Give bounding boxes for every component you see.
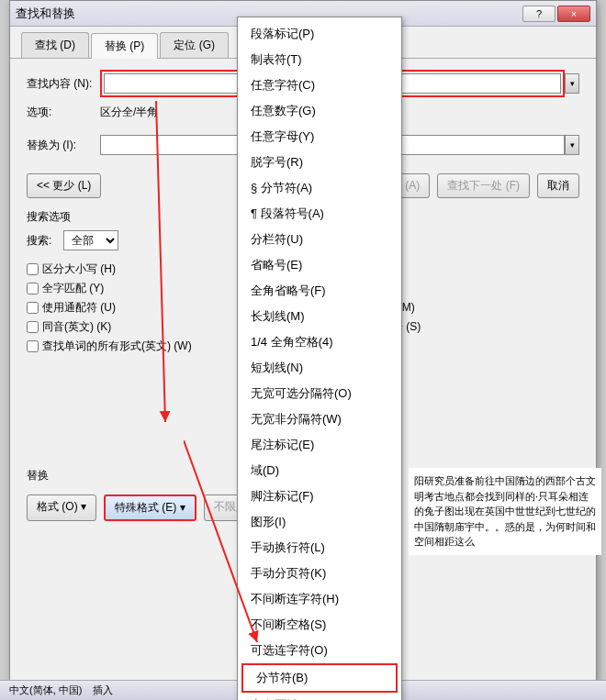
checkbox-left-3[interactable] bbox=[27, 321, 39, 333]
menu-item-4[interactable]: 任意字母(Y) bbox=[238, 124, 401, 150]
menu-item-9[interactable]: 省略号(E) bbox=[238, 252, 401, 278]
menu-item-22[interactable]: 不间断连字符(H) bbox=[238, 586, 401, 612]
menu-item-16[interactable]: 尾注标记(E) bbox=[238, 432, 401, 458]
options-value: 区分全/半角 bbox=[100, 105, 158, 120]
menu-item-18[interactable]: 脚注标记(F) bbox=[238, 483, 401, 509]
menu-item-8[interactable]: 分栏符(U) bbox=[238, 227, 401, 252]
menu-item-10[interactable]: 全角省略号(F) bbox=[238, 278, 401, 304]
tab-goto[interactable]: 定位 (G) bbox=[160, 32, 229, 58]
replace-dropdown-icon[interactable]: ▾ bbox=[565, 135, 579, 155]
menu-item-17[interactable]: 域(D) bbox=[238, 458, 401, 483]
menu-item-12[interactable]: 1/4 全角空格(4) bbox=[238, 329, 401, 355]
menu-item-6[interactable]: § 分节符(A) bbox=[238, 175, 401, 201]
document-background-text: 阳研究员准备前往中国隋边的西部个古文明考古地点都会找到同样的·只耳朵相连的兔子图… bbox=[409, 468, 601, 555]
close-button[interactable]: × bbox=[557, 6, 590, 22]
menu-item-13[interactable]: 短划线(N) bbox=[238, 355, 401, 381]
checkbox-left-4[interactable] bbox=[27, 340, 39, 352]
less-button[interactable]: << 更少 (L) bbox=[27, 173, 101, 198]
help-button[interactable]: ? bbox=[522, 6, 556, 22]
checkbox-left-1[interactable] bbox=[27, 283, 39, 294]
menu-item-20[interactable]: 手动换行符(L) bbox=[238, 535, 401, 561]
find-next-button[interactable]: 查找下一处 (F) bbox=[437, 173, 530, 198]
menu-item-15[interactable]: 无宽非分隔符(W) bbox=[238, 406, 401, 432]
menu-item-2[interactable]: 任意字符(C) bbox=[238, 72, 401, 98]
menu-item-11[interactable]: 长划线(M) bbox=[238, 304, 401, 329]
menu-item-26[interactable]: 空白区域(W) bbox=[238, 693, 401, 700]
tab-replace[interactable]: 替换 (P) bbox=[91, 33, 158, 59]
replace-label: 替换为 (I): bbox=[27, 138, 100, 153]
menu-item-1[interactable]: 制表符(T) bbox=[238, 47, 401, 72]
menu-item-5[interactable]: 脱字号(R) bbox=[238, 150, 401, 175]
checkbox-left-2[interactable] bbox=[27, 302, 39, 314]
find-label: 查找内容 (N): bbox=[27, 76, 100, 92]
menu-item-0[interactable]: 段落标记(P) bbox=[238, 21, 401, 47]
menu-item-14[interactable]: 无宽可选分隔符(O) bbox=[238, 381, 401, 406]
menu-item-24[interactable]: 可选连字符(O) bbox=[238, 638, 401, 663]
status-mode[interactable]: 插入 bbox=[93, 683, 113, 697]
search-direction-select[interactable]: 全部 bbox=[63, 230, 118, 250]
status-language[interactable]: 中文(简体, 中国) bbox=[9, 683, 82, 697]
menu-item-23[interactable]: 不间断空格(S) bbox=[238, 612, 401, 638]
menu-item-3[interactable]: 任意数字(G) bbox=[238, 98, 401, 124]
format-button[interactable]: 格式 (O) ▾ bbox=[27, 494, 96, 521]
menu-item-19[interactable]: 图形(I) bbox=[238, 509, 401, 535]
menu-item-7[interactable]: ¶ 段落符号(A) bbox=[238, 201, 401, 227]
find-dropdown-icon[interactable]: ▾ bbox=[565, 73, 579, 94]
search-direction-label: 搜索: bbox=[27, 233, 63, 249]
special-format-button[interactable]: 特殊格式 (E) ▾ bbox=[104, 494, 196, 521]
tab-find[interactable]: 查找 (D) bbox=[21, 32, 89, 58]
menu-item-25[interactable]: 分节符(B) bbox=[241, 663, 398, 693]
cancel-button[interactable]: 取消 bbox=[537, 173, 579, 198]
checkbox-left-0[interactable] bbox=[27, 263, 39, 275]
options-label: 选项: bbox=[27, 105, 100, 120]
special-format-menu: 段落标记(P)制表符(T)任意字符(C)任意数字(G)任意字母(Y)脱字号(R)… bbox=[237, 17, 402, 700]
menu-item-21[interactable]: 手动分页符(K) bbox=[238, 561, 401, 586]
